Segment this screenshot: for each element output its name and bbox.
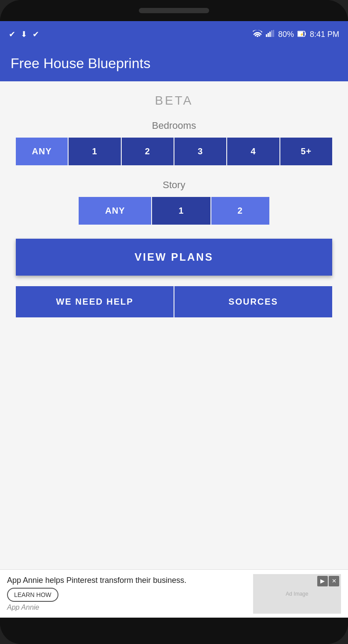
ad-logo: App Annie [7, 604, 248, 611]
time-display: 8:41 PM [310, 30, 339, 39]
check-badge-icon: ✔ [33, 29, 39, 39]
app-content: BETA Bedrooms ANY 1 2 3 4 5+ Story ANY 1… [0, 81, 348, 569]
svg-rect-1 [268, 33, 269, 37]
bedroom-4-button[interactable]: 4 [227, 138, 279, 165]
bedroom-any-button[interactable]: ANY [16, 138, 68, 165]
wifi-icon [253, 30, 262, 39]
ad-play-button[interactable]: ▶ [317, 576, 328, 586]
status-right: 80% ⚡ 8:41 PM [253, 30, 339, 39]
bedroom-3-button[interactable]: 3 [174, 138, 226, 165]
status-left: ✔ ⬇ ✔ [9, 29, 39, 39]
ad-banner: App Annie helps Pinterest transform thei… [0, 569, 348, 618]
svg-rect-6 [305, 33, 306, 35]
signal-icon [266, 30, 275, 39]
ad-image: Ad Image ▶ ✕ [253, 574, 341, 614]
story-2-button[interactable]: 2 [211, 197, 269, 225]
bottom-actions: WE NEED HELP SOURCES [16, 286, 332, 317]
app-title: Free House Blueprints [11, 55, 337, 72]
svg-rect-0 [266, 34, 267, 37]
ad-title: App Annie helps Pinterest transform thei… [7, 576, 248, 585]
sources-button[interactable]: SOURCES [174, 286, 332, 317]
download-icon: ⬇ [21, 29, 27, 39]
app-bar: Free House Blueprints [0, 47, 348, 81]
svg-rect-2 [269, 32, 271, 37]
bedroom-5plus-button[interactable]: 5+ [280, 138, 332, 165]
bedrooms-label: Bedrooms [152, 120, 196, 131]
check-icon: ✔ [9, 29, 15, 39]
phone-top-bar [0, 0, 348, 21]
status-bar: ✔ ⬇ ✔ 80% [0, 21, 348, 47]
svg-rect-4 [273, 30, 274, 37]
svg-rect-3 [271, 30, 272, 37]
svg-text:⚡: ⚡ [300, 32, 304, 36]
learn-how-button[interactable]: LEARN HOW [7, 588, 58, 602]
phone-frame: ✔ ⬇ ✔ 80% [0, 0, 348, 644]
bedroom-2-button[interactable]: 2 [122, 138, 174, 165]
we-need-help-button[interactable]: WE NEED HELP [16, 286, 174, 317]
story-button-group: ANY 1 2 [79, 197, 269, 225]
battery-icon: ⚡ [297, 30, 306, 39]
ad-close-button[interactable]: ✕ [329, 576, 339, 586]
speaker-grill [139, 8, 209, 13]
bedrooms-button-group: ANY 1 2 3 4 5+ [16, 138, 332, 165]
beta-label: BETA [155, 94, 193, 108]
ad-text-section: App Annie helps Pinterest transform thei… [7, 576, 253, 611]
story-label: Story [163, 179, 185, 191]
battery-percentage: 80% [278, 30, 294, 39]
story-1-button[interactable]: 1 [152, 197, 210, 225]
bedroom-1-button[interactable]: 1 [69, 138, 120, 165]
view-plans-button[interactable]: VIEW PLANS [16, 239, 332, 276]
story-any-button[interactable]: ANY [79, 197, 151, 225]
phone-bottom-bar [0, 618, 348, 644]
